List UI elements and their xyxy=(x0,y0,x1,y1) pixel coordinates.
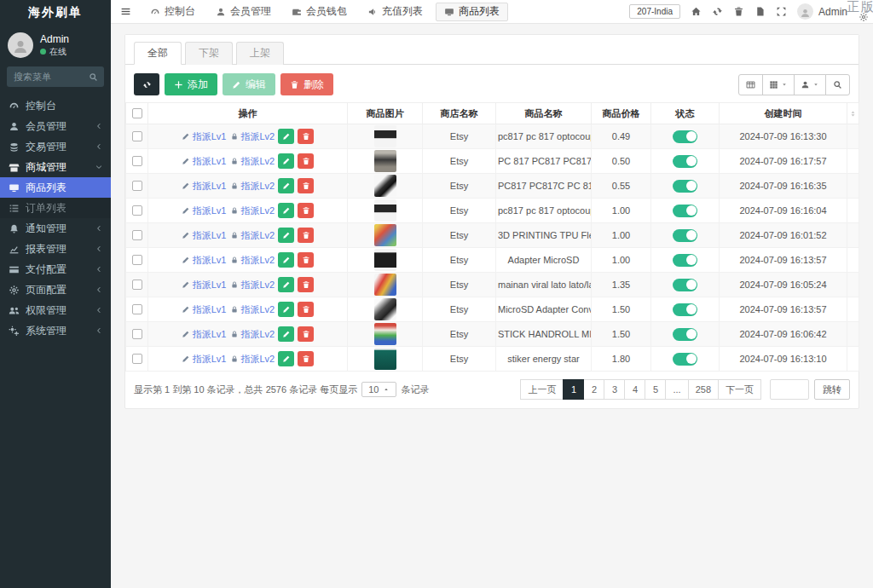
status-toggle[interactable] xyxy=(673,180,697,193)
assign-lv2-link[interactable]: 指派Lv2 xyxy=(230,279,275,291)
status-toggle[interactable] xyxy=(673,303,697,316)
status-toggle[interactable] xyxy=(673,254,697,267)
status-toggle[interactable] xyxy=(673,229,697,242)
row-delete-button[interactable] xyxy=(298,153,314,169)
sidebar-toggle-button[interactable] xyxy=(111,0,140,24)
tab-off-shelf[interactable]: 下架 xyxy=(185,42,233,65)
toggle-view-button[interactable] xyxy=(738,74,763,95)
search-button[interactable] xyxy=(82,66,104,87)
page-button-2[interactable]: 2 xyxy=(583,379,604,400)
row-edit-button[interactable] xyxy=(278,129,294,144)
assign-lv1-link[interactable]: 指派Lv1 xyxy=(182,279,227,291)
assign-lv1-link[interactable]: 指派Lv1 xyxy=(182,353,227,366)
jump-button[interactable]: 跳转 xyxy=(814,379,850,400)
assign-lv2-link[interactable]: 指派Lv2 xyxy=(230,328,275,341)
row-delete-button[interactable] xyxy=(298,203,314,218)
tab-all[interactable]: 全部 xyxy=(134,42,182,65)
assign-lv1-link[interactable]: 指派Lv1 xyxy=(182,303,227,316)
edit-button[interactable]: 编辑 xyxy=(223,73,275,95)
row-checkbox[interactable] xyxy=(132,181,142,191)
sidebar-item-payment-config[interactable]: 支付配置 xyxy=(0,259,111,280)
row-edit-button[interactable] xyxy=(278,326,294,342)
row-checkbox[interactable] xyxy=(132,156,142,166)
assign-lv2-link[interactable]: 指派Lv2 xyxy=(230,130,275,143)
sidebar-item-page-config[interactable]: 页面配置 xyxy=(0,280,111,300)
status-toggle[interactable] xyxy=(673,155,697,168)
row-delete-button[interactable] xyxy=(298,277,314,292)
assign-lv2-link[interactable]: 指派Lv2 xyxy=(230,303,275,316)
sidebar-item-notifications[interactable]: 通知管理 xyxy=(0,218,111,239)
columns-button[interactable] xyxy=(762,74,795,95)
jump-page-input[interactable] xyxy=(770,379,809,400)
assign-lv1-link[interactable]: 指派Lv1 xyxy=(182,180,227,193)
row-checkbox[interactable] xyxy=(132,230,142,240)
row-checkbox[interactable] xyxy=(132,205,142,216)
sidebar-item-permissions[interactable]: 权限管理 xyxy=(0,300,111,320)
assign-lv2-link[interactable]: 指派Lv2 xyxy=(230,229,275,242)
tab-on-shelf[interactable]: 上架 xyxy=(236,42,284,65)
status-toggle[interactable] xyxy=(673,205,697,217)
export-button[interactable] xyxy=(794,74,826,95)
sidebar-item-system[interactable]: 系统管理 xyxy=(0,320,111,341)
row-checkbox[interactable] xyxy=(132,354,142,364)
row-edit-button[interactable] xyxy=(278,153,294,169)
nav-tab-members[interactable]: 会员管理 xyxy=(208,3,279,21)
file-icon[interactable] xyxy=(754,6,766,17)
assign-lv1-link[interactable]: 指派Lv1 xyxy=(182,130,227,143)
row-checkbox[interactable] xyxy=(132,131,142,141)
page-button-5[interactable]: 5 xyxy=(645,379,666,400)
page-button-4[interactable]: 4 xyxy=(624,379,645,400)
row-delete-button[interactable] xyxy=(298,252,314,268)
settings-gear-icon[interactable] xyxy=(859,12,869,22)
nav-tab-recharge-list[interactable]: 充值列表 xyxy=(360,3,431,21)
assign-lv2-link[interactable]: 指派Lv2 xyxy=(230,254,275,267)
assign-lv2-link[interactable]: 指派Lv2 xyxy=(230,155,275,168)
assign-lv2-link[interactable]: 指派Lv2 xyxy=(230,180,275,193)
row-edit-button[interactable] xyxy=(278,203,294,218)
row-edit-button[interactable] xyxy=(278,277,294,292)
page-button-258[interactable]: 258 xyxy=(688,379,719,400)
add-button[interactable]: 添加 xyxy=(165,73,217,95)
sidebar-item-product-list[interactable]: 商品列表 xyxy=(0,177,111,198)
row-delete-button[interactable] xyxy=(298,178,314,193)
row-checkbox[interactable] xyxy=(132,255,142,265)
refresh-icon[interactable] xyxy=(712,6,723,17)
assign-lv2-link[interactable]: 指派Lv2 xyxy=(230,205,275,217)
nav-tab-product-list[interactable]: 商品列表 xyxy=(436,3,508,21)
nav-tab-dashboard[interactable]: 控制台 xyxy=(142,3,203,21)
assign-lv2-link[interactable]: 指派Lv2 xyxy=(230,353,275,366)
sidebar-item-trades[interactable]: 交易管理 xyxy=(0,136,111,157)
page-button-3[interactable]: 3 xyxy=(604,379,625,400)
user-menu[interactable]: Admin xyxy=(797,3,847,20)
row-edit-button[interactable] xyxy=(278,302,294,317)
status-toggle[interactable] xyxy=(673,328,697,341)
sidebar-item-order-list[interactable]: 订单列表 xyxy=(0,198,111,218)
status-toggle[interactable] xyxy=(673,130,697,143)
row-edit-button[interactable] xyxy=(278,351,294,366)
fullscreen-icon[interactable] xyxy=(776,6,787,17)
sidebar-item-mall[interactable]: 商城管理 xyxy=(0,157,111,177)
assign-lv1-link[interactable]: 指派Lv1 xyxy=(182,205,227,217)
sort-icon[interactable] xyxy=(849,109,857,118)
prev-page-button[interactable]: 上一页 xyxy=(520,379,564,400)
row-delete-button[interactable] xyxy=(298,228,314,243)
delete-button[interactable]: 删除 xyxy=(280,73,333,95)
sidebar-item-reports[interactable]: 报表管理 xyxy=(0,239,111,259)
refresh-button[interactable] xyxy=(134,73,159,95)
row-checkbox[interactable] xyxy=(132,304,142,314)
page-size-select[interactable]: 10 xyxy=(361,382,396,397)
assign-lv1-link[interactable]: 指派Lv1 xyxy=(182,155,227,168)
home-icon[interactable] xyxy=(691,6,702,17)
row-delete-button[interactable] xyxy=(298,302,314,317)
region-badge[interactable]: 207-India xyxy=(629,4,680,19)
assign-lv1-link[interactable]: 指派Lv1 xyxy=(182,254,227,267)
row-delete-button[interactable] xyxy=(298,326,314,342)
row-edit-button[interactable] xyxy=(278,252,294,268)
sidebar-item-members[interactable]: 会员管理 xyxy=(0,116,111,136)
assign-lv1-link[interactable]: 指派Lv1 xyxy=(182,328,227,341)
row-delete-button[interactable] xyxy=(298,351,314,366)
row-edit-button[interactable] xyxy=(278,178,294,193)
row-edit-button[interactable] xyxy=(278,228,294,243)
row-checkbox[interactable] xyxy=(132,280,142,290)
search-toggle-button[interactable] xyxy=(825,74,850,95)
